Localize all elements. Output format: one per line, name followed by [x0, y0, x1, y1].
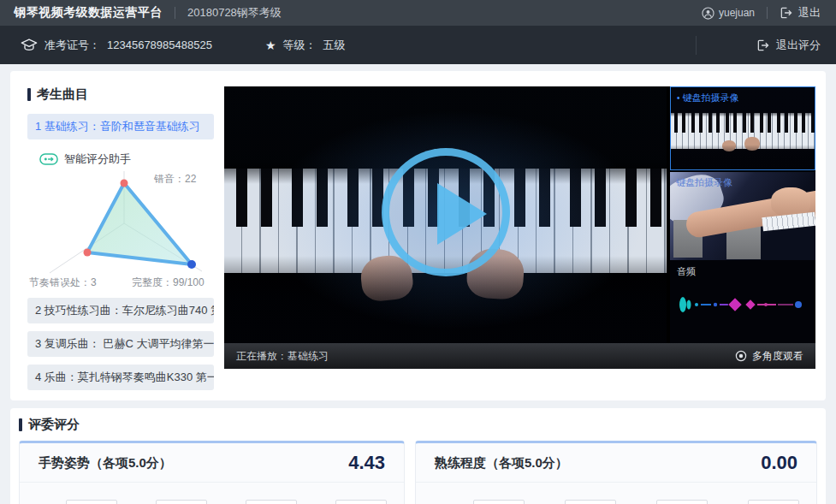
field-accuracy: 准确度: [433, 500, 525, 504]
logout-icon: [780, 7, 792, 19]
star-icon: ★: [265, 39, 276, 52]
scoring-title-text: 评委评分: [28, 417, 80, 433]
posture-input[interactable]: [246, 500, 297, 504]
thumbnail-2-text: 键盘拍摄录像: [676, 176, 732, 189]
main-video[interactable]: [224, 86, 667, 343]
eye-icon: [735, 350, 747, 362]
song-item-1[interactable]: 1 基础练习：音阶和琶音基础练习: [27, 114, 214, 139]
camera-angle-list: • 键盘拍摄录像: [670, 86, 815, 343]
gesture-posture-card: 手势姿势（各项5.0分） 4.43 手型 指法 身姿: [19, 441, 405, 504]
field-etiquette: 礼仪: [306, 500, 387, 504]
exam-panel: 考生曲目 1 基础练习：音阶和琶音基础练习 智能评分助手: [10, 71, 826, 400]
thumbnail-2-label: 键盘拍摄录像: [676, 176, 732, 189]
level-label: 等级：: [282, 38, 316, 53]
ticket-group: 准考证号： 12345678985488525: [21, 38, 212, 53]
assistant-toggle-icon: [39, 153, 58, 165]
field-posture: 身姿: [216, 500, 297, 504]
proficiency-card-total: 0.00: [761, 452, 797, 474]
logout-button[interactable]: 退出: [780, 5, 821, 21]
exit-scoring-label: 退出评分: [776, 38, 821, 53]
ticket-number: 12345678985488525: [107, 39, 212, 51]
field-proficiency: 熟练度: [525, 500, 616, 504]
multi-angle-button[interactable]: 多角度观看: [735, 349, 803, 364]
playlist-section-title: 考生曲目: [27, 86, 214, 103]
hand-shape: [771, 187, 810, 216]
assistant-label: 智能评分助手: [64, 151, 131, 167]
thumbnail-1-label: • 键盘拍摄录像: [677, 92, 739, 104]
play-icon: [437, 183, 487, 245]
app-title: 钢琴视频考级数据运营平台: [14, 5, 163, 21]
radar-label-completeness: 完整度：99/100: [132, 276, 205, 290]
active-bullet-icon: •: [677, 94, 680, 103]
play-button[interactable]: [382, 148, 510, 276]
hand-shape-input[interactable]: [66, 500, 117, 504]
video-status-bar: 正在播放：基础练习 多角度观看: [224, 343, 815, 369]
rhythm-input[interactable]: [748, 500, 799, 504]
level-value: 五级: [323, 38, 345, 53]
playlist-title-text: 考生曲目: [37, 86, 88, 103]
thumbnail-keyboard-camera-1[interactable]: • 键盘拍摄录像: [670, 86, 815, 170]
session-title: 20180728钢琴考级: [187, 5, 282, 21]
smart-scoring-assistant[interactable]: 智能评分助手: [39, 151, 214, 167]
graduation-cap-icon: [21, 38, 38, 52]
field-completeness: 完整性: [616, 500, 708, 504]
accuracy-input[interactable]: [473, 500, 525, 504]
top-navbar: 钢琴视频考级数据运营平台 20180728钢琴考级 yuejuan 退出: [0, 0, 836, 26]
multi-angle-label: 多角度观看: [752, 349, 803, 364]
level-group: ★ 等级： 五级: [265, 38, 346, 53]
username: yuejuan: [719, 7, 755, 19]
candidate-songs-sidebar: 考生曲目 1 基础练习：音阶和琶音基础练习 智能评分助手: [19, 80, 224, 390]
completeness-input[interactable]: [656, 500, 708, 504]
gesture-card-total: 4.43: [348, 452, 385, 474]
song-item-3[interactable]: 3 复调乐曲： 巴赫C 大调平均律第一首前奏曲: [27, 331, 214, 357]
song-item-2[interactable]: 2 技巧性练习曲：车尔尼练习曲740 第一首: [27, 298, 214, 323]
radar-chart: 错音：22 节奏错误处：3 完整度：99/100: [27, 169, 222, 290]
proficiency-card-title: 熟练程度（各项5.0分）: [435, 455, 568, 471]
exit-scoring-button[interactable]: 退出评分: [696, 36, 821, 55]
judge-scoring-panel: 评委评分 手势姿势（各项5.0分） 4.43 手型 指法: [10, 408, 826, 504]
proficiency-input[interactable]: [565, 500, 616, 504]
user-icon: [702, 7, 714, 20]
scoring-section-title: 评委评分: [19, 417, 817, 433]
etiquette-input[interactable]: [335, 500, 387, 504]
user-menu[interactable]: yuejuan: [702, 7, 755, 20]
ticket-label: 准考证号：: [44, 38, 100, 53]
thumbnail-keyboard-camera-2[interactable]: 键盘拍摄录像: [670, 172, 815, 260]
logout-label: 退出: [798, 5, 821, 21]
now-playing-text: 正在播放：基础练习: [236, 349, 329, 364]
video-stage: • 键盘拍摄录像: [224, 86, 815, 343]
field-fingering: 指法: [127, 500, 207, 504]
divider: [175, 7, 175, 19]
video-column: • 键盘拍摄录像: [224, 86, 815, 390]
proficiency-card: 熟练程度（各项5.0分） 0.00 准确度 熟练度 完整性: [415, 441, 817, 504]
field-rhythm: 节奏性: [708, 500, 799, 504]
title-accent-bar: [19, 418, 22, 431]
title-accent-bar: [27, 88, 31, 101]
divider: [767, 7, 768, 19]
radar-label-wrong-notes: 错音：22: [154, 172, 196, 187]
audio-label: 音频: [677, 265, 696, 278]
radar-label-rhythm-errors: 节奏错误处：3: [29, 276, 97, 290]
thumbnail-1-text: 键盘拍摄录像: [683, 92, 739, 104]
field-hand-shape: 手型: [37, 500, 117, 504]
audio-waveform: [675, 294, 810, 315]
gesture-card-title: 手势姿势（各项5.0分）: [39, 455, 172, 471]
song-item-4[interactable]: 4 乐曲：莫扎特钢琴奏鸣曲K330 第一乐章: [27, 365, 214, 390]
exit-scoring-icon: [756, 39, 769, 51]
fingering-input[interactable]: [156, 500, 207, 504]
audio-track-section[interactable]: 音频: [670, 260, 815, 343]
exam-info-bar: 准考证号： 12345678985488525 ★ 等级： 五级 退出评分: [0, 26, 836, 64]
